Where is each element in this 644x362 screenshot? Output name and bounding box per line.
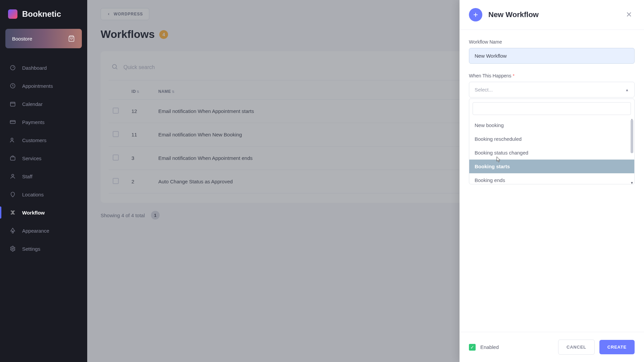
breadcrumb-parent-label: WORDPRESS: [114, 12, 143, 16]
nav-label: Services: [22, 156, 42, 161]
enabled-label: Enabled: [480, 344, 553, 350]
nav-label: Staff: [22, 174, 33, 179]
cell-name: Auto Change Status as Approved: [154, 170, 495, 193]
workflow-icon: [9, 209, 16, 216]
sidebar: Booknetic Boostore Dashboard Appointment…: [0, 0, 87, 362]
nav-label: Payments: [22, 119, 45, 125]
nav-label: Settings: [22, 246, 40, 252]
nav-item-locations[interactable]: Locations: [0, 186, 87, 203]
scrollbar-thumb[interactable]: [631, 120, 633, 153]
chevron-left-icon: [107, 12, 110, 16]
nav-item-payments[interactable]: Payments: [0, 113, 87, 131]
nav-label: Appointments: [22, 83, 53, 89]
drawer-footer: ✓ Enabled CANCEL CREATE: [460, 332, 644, 362]
nav-label: Workflow: [22, 210, 45, 216]
pagination-current[interactable]: 1: [151, 211, 160, 220]
brand-name: Booknetic: [22, 9, 61, 19]
row-checkbox[interactable]: [113, 178, 119, 184]
cell-name: Email notification When Appointment ends: [154, 146, 495, 170]
svg-point-8: [12, 248, 14, 250]
nav-item-customers[interactable]: Customers: [0, 131, 87, 149]
svg-point-7: [12, 232, 14, 233]
svg-point-6: [12, 174, 14, 176]
pin-icon: [9, 191, 16, 198]
cell-name: Email notification When New Booking: [154, 123, 495, 146]
brand-row: Booknetic: [0, 0, 87, 29]
svg-rect-2: [10, 102, 15, 106]
col-id[interactable]: ID⇅: [127, 82, 154, 100]
col-name[interactable]: NAME⇅: [154, 82, 495, 100]
nav-item-dashboard[interactable]: Dashboard: [0, 59, 87, 76]
nav-label: Dashboard: [22, 65, 47, 71]
nav-item-settings[interactable]: Settings: [0, 240, 87, 257]
nav-label: Locations: [22, 192, 44, 197]
store-label: Boostore: [12, 36, 32, 42]
close-icon[interactable]: ✕: [623, 9, 635, 20]
cell-id: 11: [127, 123, 154, 146]
dropdown-item[interactable]: Booking status changed: [469, 146, 634, 160]
pagination-summary: Showing 4 of 4 total: [101, 213, 145, 218]
event-placeholder: Select...: [475, 87, 493, 93]
users-icon: [9, 137, 16, 143]
event-label: When This Happens*: [469, 73, 635, 78]
nav-label: Customers: [22, 137, 47, 143]
drawer-header: + New Workflow ✕: [460, 0, 644, 30]
plus-icon: +: [469, 8, 482, 21]
event-dropdown-panel: ▲ New booking Booking rescheduled Bookin…: [469, 99, 635, 184]
enabled-checkbox[interactable]: ✓: [469, 344, 476, 351]
event-select[interactable]: Select... ▲: [469, 82, 635, 98]
dropdown-item[interactable]: Booking ends: [469, 173, 634, 184]
brand-logo-icon: [8, 9, 17, 19]
cell-name: Email notification When Appointment star…: [154, 100, 495, 123]
row-checkbox[interactable]: [113, 155, 119, 161]
count-badge: 4: [159, 30, 168, 39]
card-icon: [9, 119, 16, 125]
nav: Dashboard Appointments Calendar Payments…: [0, 56, 87, 260]
dropdown-item[interactable]: Booking rescheduled: [469, 132, 634, 146]
workflow-name-input[interactable]: [469, 48, 635, 64]
user-icon: [9, 173, 16, 180]
row-checkbox[interactable]: [113, 108, 119, 114]
svg-rect-5: [10, 157, 15, 160]
dropdown-list: ▲ New booking Booking rescheduled Bookin…: [469, 118, 634, 184]
sort-icon: ⇅: [172, 90, 175, 94]
cell-id: 12: [127, 100, 154, 123]
drawer-body: Workflow Name When This Happens* Select.…: [460, 30, 644, 332]
store-card[interactable]: Boostore: [5, 29, 82, 48]
cell-id: 3: [127, 146, 154, 170]
caret-up-icon: ▲: [625, 88, 629, 92]
nav-label: Appearance: [22, 228, 49, 234]
nav-item-appointments[interactable]: Appointments: [0, 77, 87, 95]
briefcase-icon: [9, 155, 16, 162]
sort-icon: ⇅: [137, 90, 140, 94]
dropdown-search-input[interactable]: [473, 102, 631, 115]
scroll-down-arrow-icon[interactable]: ▼: [630, 181, 634, 184]
row-checkbox[interactable]: [113, 131, 119, 137]
nav-item-appearance[interactable]: Appearance: [0, 222, 87, 239]
nav-label: Calendar: [22, 101, 43, 107]
cancel-button[interactable]: CANCEL: [558, 340, 595, 355]
nav-item-staff[interactable]: Staff: [0, 168, 87, 185]
nav-item-workflow[interactable]: Workflow: [0, 204, 87, 221]
gear-icon: [9, 245, 16, 252]
gauge-icon: [9, 64, 16, 71]
new-workflow-drawer: + New Workflow ✕ Workflow Name When This…: [460, 0, 644, 362]
search-icon: [111, 63, 118, 71]
nav-item-services[interactable]: Services: [0, 149, 87, 167]
shopping-bag-icon: [68, 35, 75, 42]
nav-item-calendar[interactable]: Calendar: [0, 95, 87, 113]
calendar-icon: [9, 101, 16, 107]
breadcrumb-parent[interactable]: WORDPRESS: [101, 8, 149, 20]
svg-point-4: [11, 138, 13, 140]
svg-point-9: [112, 64, 116, 68]
create-button[interactable]: CREATE: [599, 340, 635, 354]
workflow-name-label: Workflow Name: [469, 39, 635, 45]
paint-icon: [9, 227, 16, 234]
drawer-title: New Workflow: [488, 10, 617, 19]
dropdown-item[interactable]: New booking: [469, 118, 634, 132]
svg-rect-3: [10, 121, 15, 124]
dropdown-item[interactable]: Booking starts: [469, 160, 634, 173]
cell-id: 2: [127, 170, 154, 193]
page-title: Workflows: [101, 28, 155, 41]
event-dropdown: Select... ▲ ▲ New booking Booking resche…: [469, 82, 635, 98]
